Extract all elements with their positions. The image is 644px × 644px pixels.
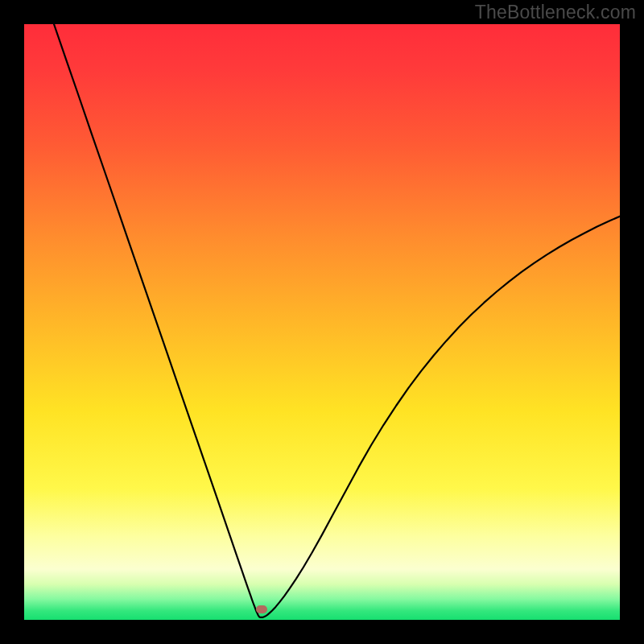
plot-svg: [24, 24, 620, 620]
attribution-label: TheBottleneck.com: [475, 2, 636, 23]
minimum-marker-icon: [256, 605, 267, 613]
gradient-background: [24, 24, 620, 620]
plot-area: [24, 24, 620, 620]
chart-frame: TheBottleneck.com: [0, 0, 644, 644]
